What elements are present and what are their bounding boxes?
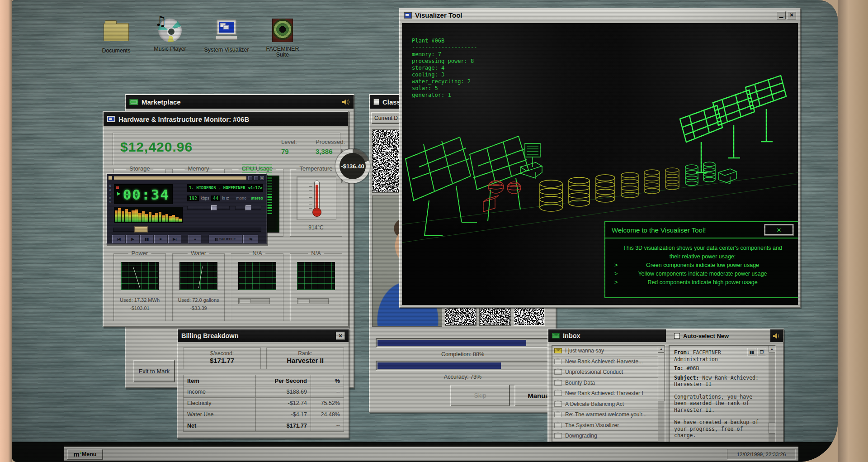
meter-slider[interactable]	[297, 298, 329, 304]
welcome-close-button[interactable]: ✕	[764, 224, 793, 235]
mono-indicator: mono	[236, 196, 246, 200]
3d-viewport[interactable]: Plant #06B -------------------- memory: …	[402, 23, 798, 305]
previous-button[interactable]: |◀	[112, 235, 125, 243]
water-meter: Water Used: 72.0 gallons -$33.39	[172, 253, 225, 321]
desktop-icon-music-player[interactable]: ♫ Music Player	[146, 16, 193, 52]
temperature-gauge: Temperature 914°C	[290, 169, 342, 237]
exit-to-marketplace-button[interactable]: Exit to Mark	[133, 360, 175, 382]
marketplace-title: Marketplace	[142, 98, 181, 106]
monitor-icon	[107, 116, 115, 122]
seek-thumb[interactable]	[134, 226, 148, 233]
time-display: ▶ 00:34	[114, 184, 173, 204]
visualizer-minimize-button[interactable]: ▁	[777, 11, 786, 19]
desktop-icon-documents[interactable]: Documents	[93, 18, 140, 54]
hardware-monitor-titlebar[interactable]: Hardware & Infrastructure Monitor: #06B	[104, 112, 348, 126]
list-scrollbar[interactable]: ▲	[658, 346, 665, 452]
play-button[interactable]: ▶	[126, 235, 139, 243]
welcome-title: Welcome to the Visualiser Tool!	[612, 226, 706, 234]
current-data-button[interactable]: Current D	[371, 112, 400, 124]
rank-label: Rank:	[267, 350, 344, 357]
faceminer-logo-icon: m	[74, 451, 80, 457]
table-row: Income$188.69--	[184, 386, 344, 398]
billing-titlebar[interactable]: Billing Breakdown ✕	[178, 329, 349, 342]
list-item[interactable]: Downgrading	[552, 431, 665, 442]
billing-window: Billing Breakdown ✕ $/second: $171.77 Ra…	[177, 329, 349, 438]
desktop-icon-label: Documents	[93, 48, 140, 54]
bitrate-label: kbps	[201, 196, 209, 200]
eject-button[interactable]: ▲	[189, 235, 202, 243]
popout-message-button[interactable]: ❐	[757, 348, 766, 356]
meter-slider[interactable]	[238, 298, 270, 304]
scrollbar-thumb[interactable]	[769, 423, 775, 433]
visualizer-close-button[interactable]: ✕	[787, 11, 796, 19]
completion-fill	[377, 340, 526, 346]
desktop-icon-system-visualizer[interactable]: System Visualizer	[203, 17, 250, 53]
list-item-selected[interactable]: New Rank Achieved: Harvester I	[552, 388, 665, 399]
power-cost: -$103.01	[114, 305, 165, 311]
rank-box: Rank: Harvester II	[266, 348, 344, 369]
balance-slider[interactable]	[235, 206, 261, 210]
seek-bar[interactable]	[113, 228, 261, 232]
samplerate-label: kHz	[222, 196, 229, 200]
na-meter-2: N/A	[290, 253, 342, 321]
welcome-line1: This 3D visualization shows your data ce…	[610, 244, 795, 252]
inbox-titlebar[interactable]: Inbox	[548, 329, 666, 342]
desktop-icon-faceminer-suite[interactable]: FACEMINER Suite	[259, 16, 306, 58]
record-indicator	[116, 186, 119, 189]
message-body: Congratulations, you have been awarded t…	[674, 394, 761, 414]
power-label: Power	[128, 250, 151, 257]
menu-button[interactable]: m Menu	[67, 449, 103, 460]
scrollbar-thumb[interactable]	[658, 352, 665, 401]
thermometer	[297, 176, 336, 220]
pause-button[interactable]: ▮▮	[140, 235, 153, 243]
accuracy-label: Accuracy: 73%	[370, 374, 556, 380]
temperature-value: 914°C	[290, 224, 342, 231]
list-item[interactable]: Re: The warmest welcome you'r...	[552, 410, 665, 420]
shuffle-button[interactable]: SHUFFLE	[209, 235, 242, 243]
marketplace-titlebar[interactable]: Marketplace	[126, 95, 354, 109]
billing-header-row: Item Per Second %	[184, 375, 344, 386]
scroll-up-icon[interactable]: ▲	[658, 346, 665, 352]
message-text: From: FACEMINER Administration To: #06B …	[674, 349, 761, 439]
list-item[interactable]: Unprofessional Conduct	[552, 367, 665, 378]
cash-icon	[129, 99, 138, 105]
auto-select-checkbox[interactable]	[674, 333, 680, 339]
inbox-sound-area[interactable]	[770, 329, 783, 342]
processed-label: Processed:	[316, 138, 345, 145]
next-button[interactable]: ▶|	[168, 235, 181, 243]
welcome-bullet: Green components indicate low power usag…	[646, 262, 759, 268]
spectrum-analyzer	[114, 207, 183, 223]
taskbar: m Menu 12/02/1999, 22:33:26	[64, 447, 798, 461]
completion-label: Completion: 88%	[370, 351, 556, 357]
pause-messages-button[interactable]: ▮▮	[747, 348, 756, 356]
bitrate-value: 192	[187, 195, 199, 201]
volume-slider[interactable]	[187, 206, 230, 210]
skip-button[interactable]: Skip	[450, 385, 510, 406]
speaker-icon[interactable]	[773, 333, 781, 339]
billing-tick-gauge: -$136.40	[335, 149, 370, 183]
power-meter: Power Used: 17.32 MWh -$103.01	[113, 253, 166, 321]
list-item[interactable]: Bounty Data	[552, 378, 665, 389]
clutter-bar[interactable]: OAIDV	[108, 184, 112, 205]
envelope-open-icon	[554, 391, 562, 396]
visualizer-titlebar[interactable]: Visualizer Tool ▁ ✕	[400, 9, 800, 21]
list-item[interactable]: I just wanna say	[552, 346, 665, 357]
player-shade-button[interactable]	[254, 176, 258, 180]
list-item[interactable]: New Rank Achieved: Harveste...	[552, 357, 665, 367]
player-minimize-button[interactable]	[248, 176, 252, 180]
repeat-button[interactable]: ⇆	[243, 235, 259, 243]
accuracy-bar	[376, 361, 548, 371]
rank-value: Harvester II	[267, 357, 344, 364]
player-titlebar[interactable]: ×	[107, 174, 266, 181]
list-item[interactable]: A Delicate Balancing Act	[552, 399, 665, 410]
reader-scrollbar[interactable]: ▲ ▼	[769, 346, 775, 452]
scroll-up-icon[interactable]: ▲	[769, 346, 775, 352]
play-indicator: ▶	[117, 191, 121, 196]
stop-button[interactable]: ■	[154, 235, 167, 243]
list-item[interactable]: The System Visualizer	[552, 420, 665, 431]
player-close-button[interactable]: ×	[260, 176, 264, 180]
music-player-window: × OAIDV ▶ 00:34 1. HIDDENOS - HOPEMINER …	[106, 173, 267, 244]
hardware-monitor-title: Hardware & Infrastructure Monitor: #06B	[118, 115, 249, 123]
billing-close-button[interactable]: ✕	[336, 332, 345, 340]
speaker-icon[interactable]	[342, 99, 350, 105]
